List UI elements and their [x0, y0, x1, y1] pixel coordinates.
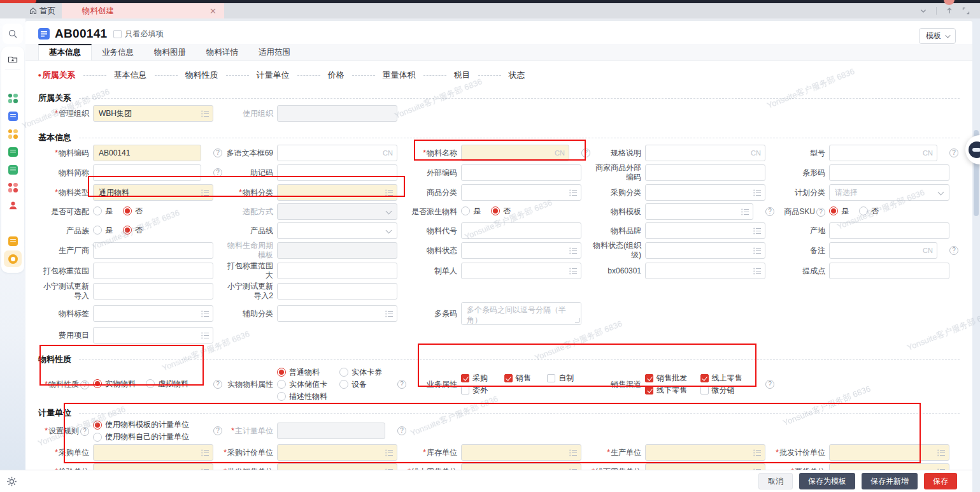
- help-icon[interactable]: ?: [397, 426, 406, 435]
- anchor-3[interactable]: 物料性质: [185, 69, 218, 81]
- pack-weight-range-max-input[interactable]: [277, 263, 397, 279]
- plan-class-input[interactable]: [829, 184, 949, 201]
- business-attr-option-4[interactable]: 委外: [461, 385, 495, 396]
- spec-desc-input[interactable]: [645, 145, 765, 161]
- help-icon[interactable]: ?: [80, 380, 89, 389]
- pack-weight-range-input[interactable]: [93, 263, 213, 279]
- app-icon-5[interactable]: [4, 143, 22, 160]
- model-input[interactable]: [829, 145, 937, 161]
- app-icon-2[interactable]: [4, 90, 22, 106]
- multi-barcode-textarea[interactable]: [461, 302, 581, 325]
- external-code-input[interactable]: [461, 164, 581, 181]
- mnemonic-code-input[interactable]: [277, 164, 397, 181]
- xiaoning-update-import-2-input[interactable]: [277, 283, 397, 300]
- help-icon[interactable]: ?: [581, 148, 590, 157]
- material-class-input[interactable]: [277, 184, 397, 201]
- derived-material-option-1[interactable]: 是: [461, 206, 481, 217]
- mgmt-org-input[interactable]: [93, 105, 213, 122]
- help-icon[interactable]: ?: [949, 148, 958, 157]
- reflist-icon[interactable]: [569, 247, 578, 255]
- reflist-icon[interactable]: [385, 310, 394, 318]
- app-icon-10[interactable]: [4, 233, 22, 249]
- tab-3[interactable]: 物料图册: [144, 44, 196, 61]
- anchor-2[interactable]: 基本信息: [114, 69, 147, 81]
- business-attr-option-1[interactable]: 采购: [461, 373, 495, 384]
- business-attr-option-2[interactable]: 销售: [504, 373, 539, 384]
- save-button[interactable]: 保存: [924, 473, 957, 489]
- tab-material-create[interactable]: 物料创建 ✕: [62, 3, 224, 18]
- save-and-add-button[interactable]: 保存并新增: [862, 473, 918, 489]
- help-icon[interactable]: ?: [397, 380, 406, 389]
- only-required-checkbox[interactable]: [113, 30, 122, 38]
- reflist-icon[interactable]: [201, 310, 209, 318]
- help-icon[interactable]: ?: [213, 380, 222, 389]
- doc-maker-input[interactable]: [461, 263, 581, 279]
- save-as-template-button[interactable]: 保存为模板: [799, 473, 855, 489]
- product-class-input[interactable]: [461, 184, 581, 201]
- recent-apps-button[interactable]: [4, 51, 22, 68]
- help-icon[interactable]: ?: [949, 246, 958, 255]
- app-icon-9[interactable]: [4, 215, 22, 231]
- merchant-external-code-input[interactable]: [645, 164, 765, 181]
- product-line-input[interactable]: [277, 222, 397, 239]
- business-attr-option-3[interactable]: 自制: [547, 373, 581, 384]
- help-icon[interactable]: ?: [816, 208, 825, 217]
- reflist-icon[interactable]: [569, 267, 578, 275]
- app-icon-6[interactable]: [4, 161, 22, 178]
- material-template-input[interactable]: [645, 203, 753, 220]
- product-sku-option-2[interactable]: 否: [859, 206, 879, 217]
- reflist-icon[interactable]: [753, 189, 762, 197]
- home-tab[interactable]: 首页: [0, 3, 62, 18]
- vertical-scrollbar[interactable]: [972, 18, 980, 492]
- material-status-input[interactable]: [461, 242, 581, 259]
- help-icon[interactable]: ?: [213, 148, 222, 157]
- unit-rule-option-1[interactable]: 使用物料模板的计量单位: [93, 419, 201, 430]
- reflist-icon[interactable]: [385, 449, 394, 457]
- product-family-option-2[interactable]: 否: [123, 225, 143, 236]
- reflist-icon[interactable]: [741, 208, 749, 216]
- sales-channel-option-1[interactable]: 销售批发: [645, 373, 692, 384]
- unit-rule-option-2[interactable]: 使用物料自己的计量单位: [93, 431, 201, 442]
- app-icon-3[interactable]: [4, 108, 22, 124]
- material-code-input[interactable]: [93, 145, 201, 161]
- close-icon[interactable]: ✕: [209, 7, 217, 15]
- reflist-icon[interactable]: [753, 449, 762, 457]
- reflist-icon[interactable]: [753, 247, 762, 255]
- purchase-class-input[interactable]: [645, 184, 765, 201]
- purchase-price-unit-input[interactable]: [277, 444, 397, 461]
- help-icon[interactable]: ?: [765, 380, 774, 389]
- wholesale-price-unit-input[interactable]: [829, 444, 949, 461]
- search-button[interactable]: [3, 24, 23, 44]
- reflist-icon[interactable]: [201, 331, 209, 340]
- multilang-text-69-input[interactable]: [277, 145, 397, 161]
- reflist-icon[interactable]: [753, 267, 762, 275]
- physical-attr-option-4[interactable]: 设备: [339, 379, 385, 390]
- physical-attr-option-3[interactable]: 实体储值卡: [277, 379, 330, 390]
- tab-5[interactable]: 适用范围: [248, 44, 301, 61]
- tab-2[interactable]: 业务信息: [92, 44, 144, 61]
- expense-item-input[interactable]: [93, 327, 213, 344]
- material-brand-input[interactable]: [645, 222, 765, 239]
- help-icon[interactable]: ?: [213, 168, 222, 177]
- help-icon[interactable]: ?: [765, 207, 774, 216]
- app-icon-11-active[interactable]: [4, 250, 22, 267]
- reflist-icon[interactable]: [201, 189, 209, 197]
- app-icon-8[interactable]: [4, 197, 22, 213]
- aux-class-input[interactable]: [277, 305, 397, 322]
- purchase-unit-input[interactable]: [93, 444, 213, 461]
- physical-attr-option-2[interactable]: 实体卡券: [339, 367, 385, 378]
- material-status-org-input[interactable]: [645, 242, 765, 259]
- physical-attr-option-1[interactable]: 普通物料: [277, 367, 330, 378]
- app-icon-4[interactable]: [4, 126, 22, 142]
- anchor-1[interactable]: •所属关系: [38, 69, 76, 81]
- optional-config-option-1[interactable]: 是: [93, 206, 113, 217]
- sales-channel-option-4[interactable]: 微分销: [700, 385, 747, 396]
- stock-unit-input[interactable]: [461, 444, 581, 461]
- production-unit-input[interactable]: [645, 444, 765, 461]
- material-nature-option-2[interactable]: 虚拟物料: [146, 379, 188, 389]
- gear-icon[interactable]: [6, 476, 17, 487]
- reflist-icon[interactable]: [385, 189, 394, 197]
- material-type-input[interactable]: [93, 184, 213, 201]
- expand-icon[interactable]: [962, 7, 970, 15]
- reflist-icon[interactable]: [201, 110, 209, 118]
